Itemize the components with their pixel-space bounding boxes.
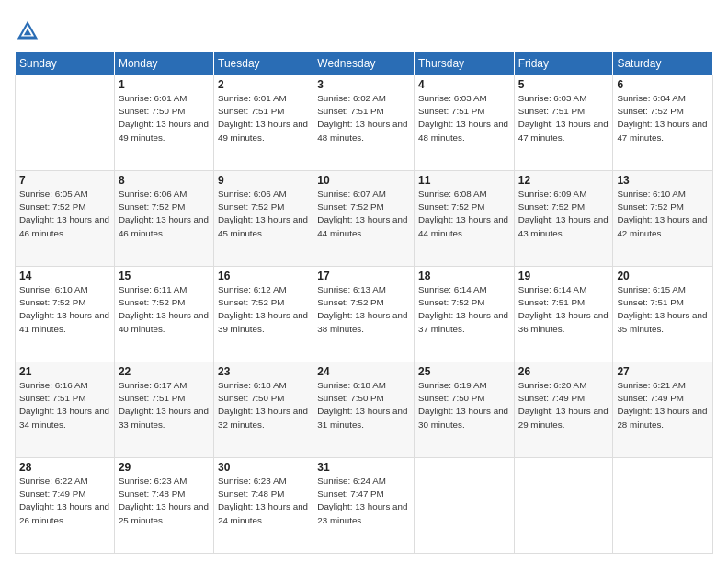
calendar-cell: 9Sunrise: 6:06 AMSunset: 7:52 PMDaylight… (214, 171, 313, 267)
weekday-header: Sunday (16, 52, 115, 75)
day-info: Sunrise: 6:18 AMSunset: 7:50 PMDaylight:… (218, 379, 309, 431)
calendar-cell: 28Sunrise: 6:22 AMSunset: 7:49 PMDayligh… (16, 458, 115, 554)
calendar-week-row: 7Sunrise: 6:05 AMSunset: 7:52 PMDaylight… (16, 171, 713, 267)
day-number: 5 (518, 78, 609, 91)
calendar-cell: 6Sunrise: 6:04 AMSunset: 7:52 PMDaylight… (613, 75, 713, 171)
calendar-cell: 24Sunrise: 6:18 AMSunset: 7:50 PMDayligh… (313, 362, 415, 458)
day-info: Sunrise: 6:14 AMSunset: 7:51 PMDaylight:… (518, 283, 609, 336)
day-info: Sunrise: 6:23 AMSunset: 7:48 PMDaylight:… (218, 475, 309, 527)
day-info: Sunrise: 6:20 AMSunset: 7:49 PMDaylight:… (518, 379, 609, 431)
day-info: Sunrise: 6:04 AMSunset: 7:52 PMDaylight:… (617, 92, 709, 144)
day-info: Sunrise: 6:10 AMSunset: 7:52 PMDaylight:… (19, 283, 110, 336)
day-number: 7 (19, 174, 110, 187)
day-info: Sunrise: 6:08 AMSunset: 7:52 PMDaylight:… (418, 188, 510, 240)
calendar-cell: 25Sunrise: 6:19 AMSunset: 7:50 PMDayligh… (415, 362, 515, 458)
day-number: 27 (617, 365, 709, 378)
calendar-cell: 30Sunrise: 6:23 AMSunset: 7:48 PMDayligh… (214, 458, 313, 554)
day-info: Sunrise: 6:19 AMSunset: 7:50 PMDaylight:… (418, 379, 510, 431)
day-number: 8 (119, 174, 210, 187)
day-info: Sunrise: 6:01 AMSunset: 7:50 PMDaylight:… (119, 92, 210, 144)
calendar-table: SundayMondayTuesdayWednesdayThursdayFrid… (15, 52, 713, 554)
day-number: 4 (418, 78, 510, 91)
calendar-cell: 22Sunrise: 6:17 AMSunset: 7:51 PMDayligh… (114, 362, 213, 458)
day-number: 16 (218, 270, 309, 282)
day-info: Sunrise: 6:18 AMSunset: 7:50 PMDaylight:… (317, 379, 410, 431)
day-info: Sunrise: 6:13 AMSunset: 7:52 PMDaylight:… (317, 283, 410, 336)
page: SundayMondayTuesdayWednesdayThursdayFrid… (0, 0, 728, 563)
calendar-cell: 20Sunrise: 6:15 AMSunset: 7:51 PMDayligh… (613, 267, 713, 362)
calendar-cell: 23Sunrise: 6:18 AMSunset: 7:50 PMDayligh… (214, 362, 313, 458)
day-number: 15 (119, 270, 210, 282)
day-info: Sunrise: 6:22 AMSunset: 7:49 PMDaylight:… (19, 475, 110, 527)
calendar-cell: 16Sunrise: 6:12 AMSunset: 7:52 PMDayligh… (214, 267, 313, 362)
calendar-cell: 1Sunrise: 6:01 AMSunset: 7:50 PMDaylight… (114, 75, 213, 171)
day-number: 10 (317, 174, 410, 187)
day-number: 3 (317, 78, 410, 91)
calendar-cell: 27Sunrise: 6:21 AMSunset: 7:49 PMDayligh… (613, 362, 713, 458)
day-info: Sunrise: 6:07 AMSunset: 7:52 PMDaylight:… (317, 188, 410, 240)
day-info: Sunrise: 6:03 AMSunset: 7:51 PMDaylight:… (518, 92, 609, 144)
weekday-header: Thursday (415, 52, 515, 75)
day-info: Sunrise: 6:15 AMSunset: 7:51 PMDaylight:… (617, 283, 709, 336)
calendar-cell (613, 458, 713, 554)
day-number: 9 (218, 174, 309, 187)
day-number: 21 (19, 365, 110, 378)
calendar-cell (514, 458, 613, 554)
day-number: 25 (418, 365, 510, 378)
day-number: 20 (617, 270, 709, 282)
weekday-header-row: SundayMondayTuesdayWednesdayThursdayFrid… (16, 52, 713, 75)
calendar-cell (415, 458, 515, 554)
day-info: Sunrise: 6:02 AMSunset: 7:51 PMDaylight:… (317, 92, 410, 144)
day-info: Sunrise: 6:11 AMSunset: 7:52 PMDaylight:… (119, 283, 210, 336)
day-number: 2 (218, 78, 309, 91)
day-info: Sunrise: 6:03 AMSunset: 7:51 PMDaylight:… (418, 92, 510, 144)
day-number: 6 (617, 78, 709, 91)
day-number: 31 (317, 461, 410, 474)
day-info: Sunrise: 6:10 AMSunset: 7:52 PMDaylight:… (617, 188, 709, 240)
day-number: 14 (19, 270, 110, 282)
calendar-cell: 15Sunrise: 6:11 AMSunset: 7:52 PMDayligh… (114, 267, 213, 362)
calendar-cell: 4Sunrise: 6:03 AMSunset: 7:51 PMDaylight… (415, 75, 515, 171)
day-number: 24 (317, 365, 410, 378)
day-info: Sunrise: 6:05 AMSunset: 7:52 PMDaylight:… (19, 188, 110, 240)
weekday-header: Tuesday (214, 52, 313, 75)
weekday-header: Monday (114, 52, 213, 75)
day-info: Sunrise: 6:12 AMSunset: 7:52 PMDaylight:… (218, 283, 309, 336)
day-info: Sunrise: 6:09 AMSunset: 7:52 PMDaylight:… (518, 188, 609, 240)
calendar-cell: 5Sunrise: 6:03 AMSunset: 7:51 PMDaylight… (514, 75, 613, 171)
day-number: 13 (617, 174, 709, 187)
calendar-cell: 21Sunrise: 6:16 AMSunset: 7:51 PMDayligh… (16, 362, 115, 458)
day-info: Sunrise: 6:16 AMSunset: 7:51 PMDaylight:… (19, 379, 110, 431)
day-number: 28 (19, 461, 110, 474)
weekday-header: Saturday (613, 52, 713, 75)
day-info: Sunrise: 6:21 AMSunset: 7:49 PMDaylight:… (617, 379, 709, 431)
weekday-header: Wednesday (313, 52, 415, 75)
day-number: 19 (518, 270, 609, 282)
calendar-cell: 26Sunrise: 6:20 AMSunset: 7:49 PMDayligh… (514, 362, 613, 458)
day-info: Sunrise: 6:06 AMSunset: 7:52 PMDaylight:… (218, 188, 309, 240)
day-number: 30 (218, 461, 309, 474)
calendar-week-row: 14Sunrise: 6:10 AMSunset: 7:52 PMDayligh… (16, 267, 713, 362)
calendar-cell (16, 75, 115, 171)
day-number: 17 (317, 270, 410, 282)
calendar-cell: 13Sunrise: 6:10 AMSunset: 7:52 PMDayligh… (613, 171, 713, 267)
calendar-cell: 31Sunrise: 6:24 AMSunset: 7:47 PMDayligh… (313, 458, 415, 554)
calendar-week-row: 21Sunrise: 6:16 AMSunset: 7:51 PMDayligh… (16, 362, 713, 458)
calendar-cell: 2Sunrise: 6:01 AMSunset: 7:51 PMDaylight… (214, 75, 313, 171)
day-number: 22 (119, 365, 210, 378)
day-number: 18 (418, 270, 510, 282)
calendar-week-row: 1Sunrise: 6:01 AMSunset: 7:50 PMDaylight… (16, 75, 713, 171)
day-number: 29 (119, 461, 210, 474)
day-info: Sunrise: 6:24 AMSunset: 7:47 PMDaylight:… (317, 475, 410, 527)
logo (15, 18, 44, 44)
day-info: Sunrise: 6:17 AMSunset: 7:51 PMDaylight:… (119, 379, 210, 431)
calendar-cell: 3Sunrise: 6:02 AMSunset: 7:51 PMDaylight… (313, 75, 415, 171)
calendar-cell: 19Sunrise: 6:14 AMSunset: 7:51 PMDayligh… (514, 267, 613, 362)
calendar-cell: 14Sunrise: 6:10 AMSunset: 7:52 PMDayligh… (16, 267, 115, 362)
calendar-cell: 29Sunrise: 6:23 AMSunset: 7:48 PMDayligh… (114, 458, 213, 554)
calendar-cell: 7Sunrise: 6:05 AMSunset: 7:52 PMDaylight… (16, 171, 115, 267)
day-number: 26 (518, 365, 609, 378)
day-number: 23 (218, 365, 309, 378)
calendar-cell: 12Sunrise: 6:09 AMSunset: 7:52 PMDayligh… (514, 171, 613, 267)
day-info: Sunrise: 6:06 AMSunset: 7:52 PMDaylight:… (119, 188, 210, 240)
